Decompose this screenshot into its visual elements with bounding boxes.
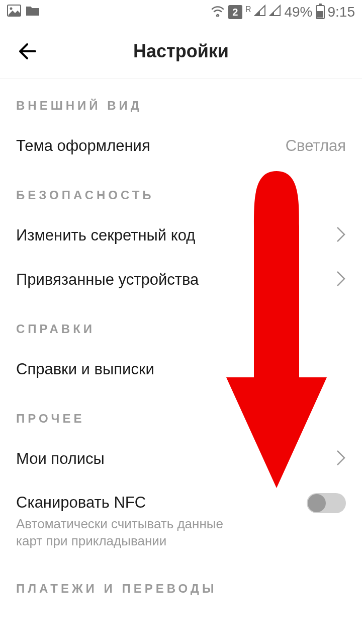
row-theme[interactable]: Тема оформления Светлая — [0, 124, 362, 168]
row-change-code[interactable]: Изменить секретный код — [0, 213, 362, 258]
status-bar: 2 R 49% 9:15 — [0, 0, 362, 24]
roaming-label: R — [245, 5, 251, 14]
battery-icon — [316, 5, 325, 19]
row-subtitle: Автоматически считывать данные карт при … — [16, 516, 252, 550]
row-statements[interactable]: Справки и выписки — [0, 347, 362, 391]
battery-percent: 49% — [284, 4, 312, 20]
svg-point-1 — [10, 8, 13, 10]
signal-icon — [254, 4, 266, 20]
chevron-right-icon — [336, 449, 346, 468]
page-title: Настройки — [133, 41, 229, 62]
settings-list[interactable]: ВНЕШНИЙ ВИД Тема оформления Светлая БЕЗО… — [0, 78, 362, 596]
row-label: Привязанные устройства — [16, 270, 199, 290]
chevron-right-icon — [336, 226, 346, 245]
chevron-right-icon — [336, 270, 346, 289]
row-label: Тема оформления — [16, 136, 150, 156]
row-label: Изменить секретный код — [16, 226, 195, 246]
section-references: СПРАВКИ — [0, 302, 362, 347]
row-label: Сканировать NFC — [16, 493, 252, 513]
app-header: Настройки — [0, 24, 362, 78]
clock: 9:15 — [328, 4, 355, 20]
back-button[interactable] — [15, 39, 39, 63]
signal-icon-2 — [269, 4, 281, 20]
row-devices[interactable]: Привязанные устройства — [0, 258, 362, 302]
sim-badge: 2 — [228, 5, 242, 19]
section-other: ПРОЧЕЕ — [0, 391, 362, 437]
row-label: Справки и выписки — [16, 360, 154, 379]
image-icon — [7, 4, 21, 20]
section-security: БЕЗОПАСНОСТЬ — [0, 168, 362, 213]
folder-icon — [25, 4, 40, 20]
arrow-left-icon — [17, 41, 37, 61]
section-appearance: ВНЕШНИЙ ВИД — [0, 78, 362, 124]
row-value: Светлая — [286, 137, 346, 155]
section-payments: ПЛАТЕЖИ И ПЕРЕВОДЫ — [0, 561, 362, 596]
row-nfc[interactable]: Сканировать NFC Автоматически считывать … — [0, 481, 362, 561]
row-policies[interactable]: Мои полисы — [0, 437, 362, 481]
row-label: Мои полисы — [16, 449, 105, 469]
nfc-toggle[interactable] — [307, 493, 346, 513]
wifi-icon — [210, 4, 225, 20]
